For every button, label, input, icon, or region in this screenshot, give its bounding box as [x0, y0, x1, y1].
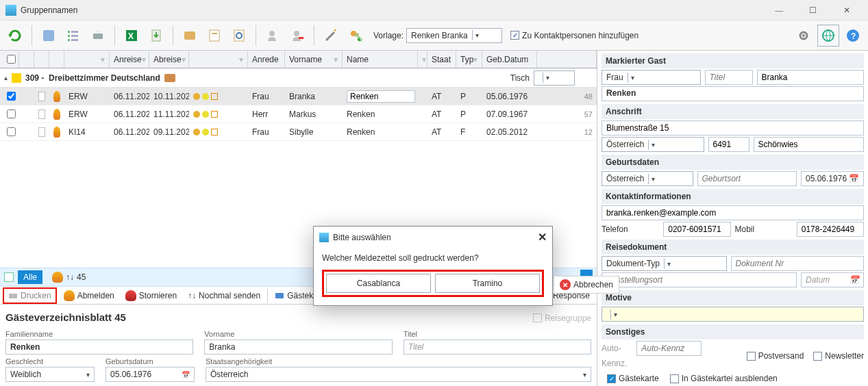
col-abreise[interactable]: Abreise: [153, 55, 182, 64]
gebdat-side-input[interactable]: 05.06.1976📅: [801, 171, 864, 186]
col-typ[interactable]: Typ: [460, 55, 473, 64]
reisegruppe-checkbox[interactable]: Reisegruppe: [533, 313, 591, 323]
filter-count[interactable]: ↑↓ 45: [47, 270, 91, 285]
export-excel-button[interactable]: X: [121, 25, 142, 47]
ausdatum-input[interactable]: Datum📅: [801, 272, 864, 287]
add-contact-button[interactable]: +: [345, 25, 367, 47]
auto-label: Auto-Kennz.: [602, 341, 632, 371]
print-button[interactable]: [87, 25, 109, 47]
close-button[interactable]: ✕: [831, 1, 863, 20]
drucken-button[interactable]: Drucken: [3, 287, 57, 304]
save-button[interactable]: [38, 25, 60, 47]
ausblenden-checkbox[interactable]: In Gästekartei ausblenden: [670, 374, 778, 383]
cancel-label: Abbrechen: [573, 280, 613, 290]
gebdat-label: Geburtsdatum: [106, 357, 195, 365]
street-input[interactable]: [602, 120, 864, 136]
maximize-button[interactable]: ☐: [797, 1, 829, 20]
list-button[interactable]: [62, 25, 84, 47]
guestcard-button[interactable]: [179, 25, 201, 47]
auto-input[interactable]: [636, 341, 702, 356]
search-guest-button[interactable]: [228, 25, 250, 47]
add-guest-button[interactable]: [262, 25, 284, 47]
svg-rect-13: [210, 30, 219, 41]
mobil-label: Mobil: [735, 222, 793, 237]
ausort-input[interactable]: [602, 272, 797, 287]
filter-clear[interactable]: [4, 272, 14, 282]
minimize-button[interactable]: —: [763, 1, 795, 20]
tel-input[interactable]: [663, 222, 730, 237]
gebdat-input[interactable]: 05.06.1976📅: [106, 367, 195, 382]
help-button[interactable]: ?: [842, 25, 864, 47]
table-row[interactable]: ERW06.11.202410.11.2024FrauBrankaATP05.0…: [0, 88, 597, 105]
country-combo[interactable]: Österreich▾: [602, 137, 704, 152]
col-anreise[interactable]: Anreise: [114, 55, 142, 64]
familienname-input[interactable]: Renken: [5, 339, 193, 355]
table-row[interactable]: ERW06.11.202411.11.2024HerrMarkusRenkenA…: [0, 105, 597, 123]
plz-input[interactable]: [708, 137, 749, 152]
table-combo[interactable]: ▾: [534, 70, 575, 86]
settings-button[interactable]: [793, 25, 815, 47]
gebcountry-combo[interactable]: Österreich▾: [602, 171, 693, 186]
table-row[interactable]: KI1406.11.202409.11.2024FrauSibylleRenke…: [0, 123, 597, 141]
gebdaten-head: Geburtsdaten: [602, 155, 864, 170]
window-title: Gruppennamen: [21, 5, 763, 15]
gebort-input[interactable]: [697, 171, 797, 186]
template-combo[interactable]: Renken Branka ▾: [406, 28, 502, 43]
select-all-checkbox[interactable]: [7, 55, 16, 64]
add-to-contacts-checkbox[interactable]: ✓ Zu Kontaktpersonen hinzufügen: [510, 31, 638, 40]
city-input[interactable]: [754, 137, 865, 152]
geschlecht-combo[interactable]: Weiblich▾: [5, 367, 95, 382]
gastekarte-side-label: Gästekarte: [619, 374, 659, 383]
svg-rect-19: [299, 37, 303, 39]
group-row[interactable]: ▴ 309 - Dreibettzimmer Deutschland Tisch…: [0, 68, 597, 88]
svg-point-17: [269, 31, 275, 36]
email-input[interactable]: [602, 205, 864, 220]
svg-rect-7: [93, 34, 103, 39]
nachname-input[interactable]: Renken: [602, 86, 864, 101]
postversand-checkbox[interactable]: Postversand: [747, 341, 804, 371]
tramino-button[interactable]: Tramino: [435, 274, 540, 293]
postversand-label: Postversand: [758, 351, 804, 361]
geschlecht-label: Geschlecht: [5, 357, 95, 365]
doktyp-combo[interactable]: Dokument-Typ▾: [602, 256, 727, 271]
web-button[interactable]: [817, 25, 839, 47]
titel-input[interactable]: [705, 70, 753, 85]
col-vorname[interactable]: Vorname: [289, 55, 322, 64]
casablanca-button[interactable]: Casablanca: [326, 274, 431, 293]
gastekarte-checkbox[interactable]: ✓Gästekarte: [607, 374, 659, 383]
titel-input[interactable]: Titel: [404, 339, 591, 355]
svg-rect-30: [9, 294, 17, 298]
wand-button[interactable]: [320, 25, 342, 47]
remove-guest-button[interactable]: [286, 25, 308, 47]
col-gebdatum[interactable]: Geb.Datum: [486, 55, 528, 64]
drucken-label: Drucken: [21, 291, 51, 300]
export-button[interactable]: [145, 25, 167, 47]
gebdat-value: 05.06.1976: [110, 370, 151, 379]
refresh-button[interactable]: [4, 25, 26, 47]
filter-alle[interactable]: Alle: [18, 270, 42, 284]
motive-combo[interactable]: ▾: [602, 307, 864, 322]
stornieren-button[interactable]: Stornieren: [121, 288, 181, 303]
titlebar: Gruppennamen — ☐ ✕: [0, 0, 868, 21]
nochmal-button[interactable]: ↑↓Nochmal senden: [184, 289, 264, 303]
staat-combo[interactable]: Österreich▾: [206, 367, 591, 382]
doknr-input[interactable]: [731, 256, 865, 271]
dialog-close-button[interactable]: ✕: [538, 231, 547, 244]
anrede-combo[interactable]: Frau▾: [602, 70, 701, 85]
newsletter-checkbox[interactable]: Newsletter: [813, 341, 864, 371]
vorname-input[interactable]: Branka: [204, 339, 392, 355]
vorname-input[interactable]: [757, 70, 865, 85]
svg-rect-6: [71, 39, 78, 41]
col-staat[interactable]: Staat: [432, 55, 451, 64]
abmelden-button[interactable]: Abmelden: [60, 288, 119, 303]
svg-text:+: +: [358, 34, 362, 42]
cancel-button[interactable]: ✕ Abbrechen: [554, 276, 619, 294]
form-button[interactable]: [203, 25, 225, 47]
newsletter-label: Newsletter: [825, 351, 864, 361]
printer-icon: [8, 291, 18, 300]
col-anrede[interactable]: Anrede: [252, 55, 279, 64]
col-name[interactable]: Name: [347, 55, 369, 64]
mobil-input[interactable]: [797, 222, 864, 237]
svg-text:X: X: [128, 31, 134, 41]
dialog-button-group: Casablanca Tramino: [322, 270, 544, 297]
